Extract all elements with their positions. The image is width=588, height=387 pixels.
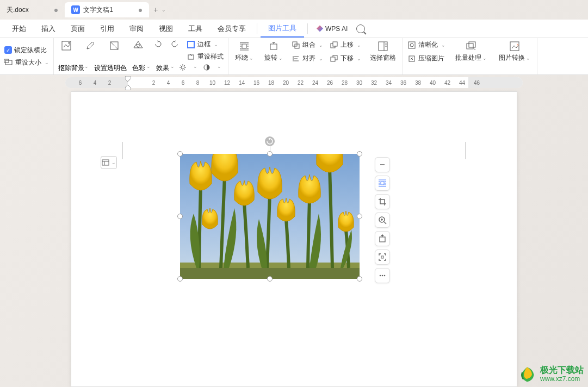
new-tab-button[interactable]: + ⌄ [149, 5, 170, 14]
send-backward-icon [330, 54, 338, 63]
label: 效果 [156, 64, 169, 73]
close-icon[interactable]: ● [138, 5, 143, 14]
label: 色彩 [132, 64, 145, 73]
resize-handle-bm[interactable] [267, 276, 273, 282]
menu-insert[interactable]: 插入 [34, 20, 63, 38]
resize-handle-ml[interactable] [177, 214, 183, 219]
reset-style-icon [187, 53, 195, 61]
zoom-button[interactable] [375, 213, 390, 228]
rotate-icon [378, 234, 387, 243]
contrast-icon[interactable] [203, 64, 211, 73]
layout-options-button[interactable]: ⌄ [101, 156, 117, 169]
picture-toolbar: ✓ 锁定纵横比 重设大小 ⌄ [0, 38, 588, 75]
group-button[interactable]: 组合⌄ [292, 40, 323, 49]
chevron-down-icon: ⌄ [214, 42, 218, 47]
menu-picture-tools[interactable]: 图片工具 [261, 20, 304, 38]
group-icon [292, 41, 300, 49]
rotate-image-button[interactable] [375, 231, 390, 246]
border-button[interactable]: 边框 ⌄ [187, 40, 224, 49]
menu-tools[interactable]: 工具 [181, 20, 210, 38]
chevron-down-icon: ⌄ [249, 55, 253, 61]
svg-rect-22 [469, 42, 475, 47]
align-button[interactable]: 对齐⌄ [292, 54, 323, 63]
svg-rect-1 [4, 59, 9, 63]
resize-handle-bl[interactable] [177, 276, 183, 282]
zoom-icon [378, 216, 387, 224]
fit-button[interactable] [375, 249, 390, 265]
resize-handle-tl[interactable] [177, 151, 183, 157]
resize-handle-tr[interactable] [357, 151, 362, 157]
align-icon [292, 54, 300, 63]
menu-review[interactable]: 审阅 [122, 20, 151, 38]
effect-button[interactable] [130, 40, 146, 61]
chevron-down-icon: ⌄ [526, 55, 530, 61]
hanging-indent-marker[interactable] [125, 85, 131, 90]
reset-size-button[interactable]: 重设大小 ⌄ [4, 58, 49, 67]
horizontal-ruler[interactable]: 642 246810121416182022242628303234363840… [65, 77, 523, 88]
chevron-down-icon: ⌄ [217, 64, 221, 73]
label: 抠除背景 [58, 64, 84, 73]
crop-icon [378, 197, 387, 206]
margin-corner [122, 142, 140, 159]
brightness-icon[interactable] [179, 64, 187, 73]
wrap-options-button[interactable] [375, 176, 390, 191]
svg-point-34 [384, 275, 386, 277]
more-button[interactable] [375, 268, 390, 283]
watermark-url: www.xz7.com [540, 375, 584, 383]
menu-page[interactable]: 页面 [63, 20, 92, 38]
clarity-button[interactable]: 清晰化⌄ [407, 40, 445, 49]
svg-rect-21 [467, 43, 473, 49]
document-tab-1[interactable]: 天.docx ● [0, 2, 65, 17]
chevron-down-icon: ⌄ [319, 56, 323, 61]
reset-style-button[interactable]: 重设样式 [187, 52, 224, 61]
menu-member[interactable]: 会员专享 [210, 20, 253, 38]
rotate-right-button[interactable] [170, 40, 179, 48]
menu-start[interactable]: 开始 [4, 20, 34, 38]
rotate-handle[interactable] [265, 136, 275, 146]
resize-handle-mr[interactable] [357, 214, 362, 219]
process-group: 清晰化⌄ 压缩图片 批量处理⌄ 图片转换⌄ [403, 38, 537, 74]
resize-handle-tm[interactable] [267, 151, 273, 157]
transparent-color-button[interactable] [82, 40, 98, 61]
rotate-right-icon [170, 40, 179, 48]
compress-icon [407, 54, 416, 63]
bring-forward-button[interactable]: 上移⌄ [330, 40, 361, 49]
chevron-down-icon: ⌄ [482, 55, 487, 61]
crop-button[interactable] [375, 194, 390, 209]
selection-pane-icon [377, 40, 389, 52]
close-icon[interactable]: ● [54, 5, 58, 14]
wrap-icon [378, 179, 387, 188]
rotate-button[interactable]: 旋转⌄ [262, 40, 285, 72]
convert-button[interactable]: 图片转换⌄ [497, 40, 533, 72]
chevron-down-icon: ⌄ [112, 160, 116, 165]
arrange-group: 环绕⌄ 旋转⌄ 组合⌄ 对齐⌄ 上移⌄ 下移⌄ [228, 38, 403, 74]
svg-rect-9 [242, 44, 246, 48]
wps-ai-button[interactable]: WPS AI [311, 25, 353, 33]
send-backward-button[interactable]: 下移⌄ [330, 54, 361, 63]
chevron-down-icon: ⌄ [45, 60, 49, 65]
svg-rect-30 [380, 237, 385, 242]
tab-label: 文字文稿1 [83, 5, 113, 15]
rotate-left-button[interactable] [154, 40, 163, 48]
collapse-button[interactable] [375, 157, 390, 172]
wrap-button[interactable]: 环绕⌄ [233, 40, 256, 72]
first-line-indent-marker[interactable] [125, 76, 131, 82]
menu-view[interactable]: 视图 [151, 20, 181, 38]
svg-rect-28 [381, 182, 384, 185]
svg-rect-14 [333, 42, 337, 46]
search-icon[interactable] [356, 24, 365, 33]
selection-pane-button[interactable]: 选择窗格 [368, 40, 398, 72]
wrap-icon [238, 40, 250, 52]
resize-handle-br[interactable] [357, 276, 362, 282]
lock-aspect-toggle[interactable]: ✓ 锁定纵横比 [4, 46, 49, 55]
selected-image[interactable] [180, 154, 360, 279]
batch-button[interactable]: 批量处理⌄ [453, 40, 489, 72]
remove-bg-button[interactable] [58, 40, 75, 61]
svg-point-7 [181, 66, 184, 69]
compress-button[interactable]: 压缩图片 [407, 54, 445, 63]
chevron-down-icon: ⌄ [357, 56, 361, 61]
document-tab-2[interactable]: W 文字文稿1 ● [65, 2, 149, 17]
menu-reference[interactable]: 引用 [92, 20, 122, 38]
color-button[interactable] [106, 40, 122, 61]
chevron-down-icon: ⌄ [278, 55, 283, 61]
